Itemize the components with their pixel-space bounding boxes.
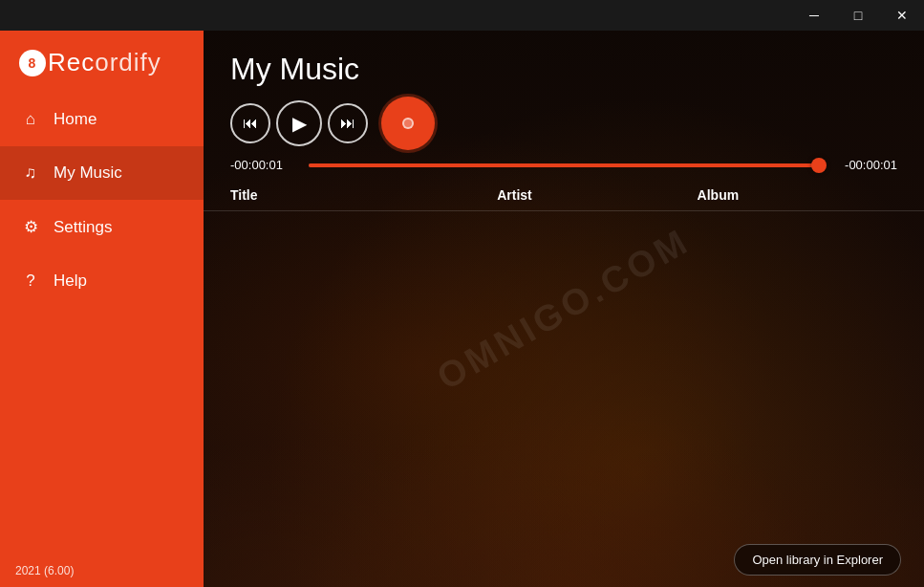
close-button[interactable]: ✕ [880,0,924,31]
minimize-button[interactable]: ─ [792,0,836,31]
sidebar-item-my-music[interactable]: ♫ My Music [0,146,204,200]
next-button[interactable]: ⏭ [328,103,368,143]
col-artist: Artist [497,187,697,203]
prev-icon: ⏮ [243,115,258,132]
prev-button[interactable]: ⏮ [230,103,270,143]
sidebar-item-home[interactable]: ⌂ Home [0,93,204,146]
next-icon: ⏭ [340,115,355,132]
logo-icon: 8 [19,50,46,76]
sidebar: 8 Recordify ⌂ Home ♫ My Music ⚙ Settings… [0,31,204,587]
time-end: -00:00:01 [830,158,897,172]
music-icon: ♫ [21,163,40,183]
player-controls: ⏮ ▶ ⏭ [204,97,924,150]
sidebar-item-help[interactable]: ? Help [0,254,204,308]
progress-fill [309,163,819,167]
sidebar-item-settings[interactable]: ⚙ Settings [0,200,204,254]
sidebar-item-home-label: Home [54,110,97,129]
content-area: My Music ⏮ ▶ ⏭ -00:00:01 [204,31,924,587]
title-bar: ─ □ ✕ [0,0,924,31]
version-label: 2021 (6.00) [0,554,204,587]
play-icon: ▶ [292,112,307,135]
main-content: OMNIGO.COM My Music ⏮ ▶ ⏭ [204,31,924,587]
disc-inner [402,118,414,129]
maximize-button[interactable]: □ [836,0,880,31]
sidebar-item-my-music-label: My Music [54,163,122,183]
progress-section: -00:00:01 -00:00:01 [204,150,924,180]
disc-button[interactable] [381,97,435,150]
logo: 8 Recordify [0,31,204,93]
time-start: -00:00:01 [230,158,297,172]
logo-text: Recordify [48,48,161,77]
gear-icon: ⚙ [21,217,40,237]
col-title: Title [230,187,497,203]
open-explorer-button[interactable]: Open library in Explorer [734,544,901,576]
page-title: My Music [204,31,924,97]
home-icon: ⌂ [21,110,40,129]
app-body: 8 Recordify ⌂ Home ♫ My Music ⚙ Settings… [0,31,924,587]
play-button[interactable]: ▶ [276,100,322,146]
sidebar-item-help-label: Help [54,272,87,291]
progress-bar[interactable] [309,163,819,167]
progress-thumb [811,158,827,173]
help-icon: ? [21,272,40,291]
table-header: Title Artist Album [204,180,924,211]
col-album: Album [698,187,897,203]
sidebar-item-settings-label: Settings [54,218,112,237]
bottom-bar: Open library in Explorer [204,533,924,587]
